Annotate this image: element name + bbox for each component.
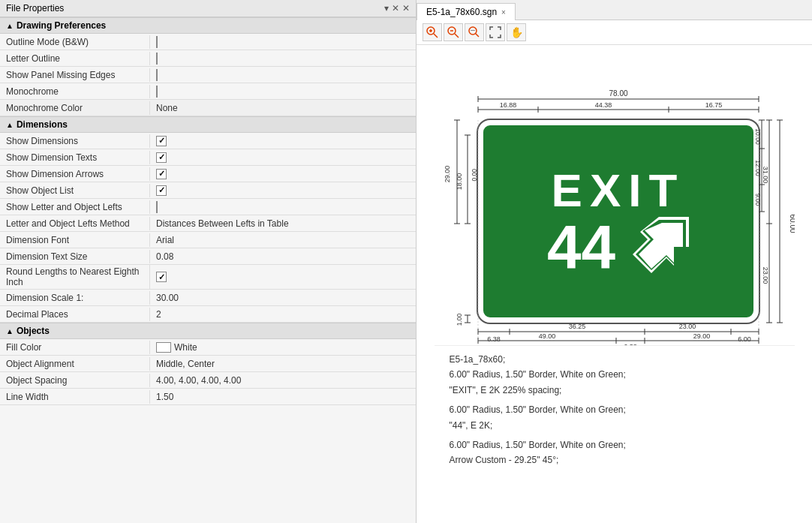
- tab-close-button[interactable]: ×: [501, 8, 506, 17]
- value-show-dimensions[interactable]: [150, 134, 416, 148]
- section-arrow-dimensions: ▲: [6, 121, 14, 129]
- label-show-dimension-texts: Show Dimension Texts: [0, 151, 150, 164]
- sign-bottom-row: 44: [547, 216, 689, 278]
- fit-window-icon: [489, 26, 501, 38]
- value-object-spacing: 4.00, 4.00, 4.00, 4.00: [150, 374, 416, 387]
- svg-text:16.88: 16.88: [499, 101, 516, 109]
- label-show-letter-lefts: Show Letter and Object Lefts: [0, 200, 150, 214]
- tab-bar: E5-1a_78x60.sgn ×: [417, 0, 812, 20]
- label-show-object-list: Show Object List: [0, 184, 150, 197]
- svg-line-6: [455, 34, 459, 38]
- svg-text:44.38: 44.38: [594, 101, 612, 109]
- panel-content: ▲ Drawing Preferences Outline Mode (B&W)…: [0, 17, 416, 523]
- zoom-out-icon: [447, 26, 459, 38]
- value-dimension-font: Arial: [150, 233, 416, 247]
- checkbox-letter-outline[interactable]: [156, 53, 158, 65]
- sign-descriptions: E5-1a_78x60; 6.00" Radius, 1.50" Border,…: [435, 345, 795, 477]
- row-monochrome-color: Monochrome Color None: [0, 100, 416, 116]
- svg-text:29.00: 29.00: [444, 166, 451, 183]
- svg-text:6.38: 6.38: [624, 343, 637, 345]
- desc-line-7: Arrow Custom - 29.25" 45°;: [450, 452, 780, 467]
- fill-color-label: White: [174, 342, 197, 353]
- pin-icon[interactable]: ▾: [384, 3, 389, 14]
- value-outline-mode[interactable]: [150, 35, 416, 49]
- panel-header: File Properties ▾ ✕ ✕: [0, 0, 416, 17]
- section-label-objects: Objects: [17, 326, 50, 336]
- svg-text:36.25: 36.25: [568, 323, 585, 330]
- value-show-dimension-texts[interactable]: [150, 150, 416, 164]
- tab-file[interactable]: E5-1a_78x60.sgn ×: [417, 3, 516, 20]
- section-dimensions[interactable]: ▲ Dimensions: [0, 116, 416, 133]
- svg-text:78.00: 78.00: [609, 89, 627, 98]
- fit-window-button[interactable]: [486, 23, 505, 41]
- svg-text:6.00: 6.00: [738, 335, 751, 343]
- desc-line-5: "44", E 2K;: [450, 418, 780, 433]
- zoom-fit-icon: [468, 26, 480, 38]
- label-fill-color: Fill Color: [0, 341, 150, 354]
- zoom-out-button[interactable]: [444, 23, 463, 41]
- row-dimension-scale: Dimension Scale 1: 30.00: [0, 290, 416, 306]
- label-decimal-places: Decimal Places: [0, 308, 150, 321]
- checkbox-outline-mode[interactable]: [156, 36, 158, 48]
- row-outline-mode: Outline Mode (B&W): [0, 34, 416, 50]
- row-monochrome: Monochrome: [0, 83, 416, 100]
- exit-arrow: [629, 217, 689, 277]
- svg-text:1.00: 1.00: [456, 313, 463, 326]
- close-panel-icon[interactable]: ✕: [402, 3, 410, 14]
- section-label-dimensions: Dimensions: [17, 119, 68, 130]
- zoom-fit-button[interactable]: [465, 23, 484, 41]
- file-properties-panel: File Properties ▾ ✕ ✕ ▲ Drawing Preferen…: [0, 0, 417, 523]
- checkbox-show-letter-lefts[interactable]: [156, 201, 158, 213]
- value-show-panel-missing[interactable]: [150, 68, 416, 82]
- svg-text:23.00: 23.00: [678, 323, 696, 330]
- exit-sign: EXIT 44: [478, 120, 759, 323]
- pan-icon: ✋: [510, 26, 523, 38]
- section-objects[interactable]: ▲ Objects: [0, 323, 416, 339]
- value-fill-color: White: [150, 341, 416, 354]
- svg-text:16.75: 16.75: [705, 101, 722, 109]
- row-show-dimensions: Show Dimensions: [0, 133, 416, 149]
- row-dimension-text-size: Dimension Text Size 0.08: [0, 248, 416, 265]
- svg-text:0.00: 0.00: [471, 169, 478, 182]
- exit-text: EXIT: [552, 165, 685, 216]
- row-object-spacing: Object Spacing 4.00, 4.00, 4.00, 4.00: [0, 372, 416, 389]
- label-round-lengths: Round Lengths to Nearest Eighth Inch: [0, 265, 150, 289]
- value-letter-outline[interactable]: [150, 52, 416, 65]
- checkbox-show-dimension-arrows[interactable]: [156, 169, 167, 179]
- checkbox-monochrome[interactable]: [156, 86, 158, 98]
- svg-text:29.00: 29.00: [693, 332, 710, 340]
- value-show-letter-lefts[interactable]: [150, 200, 416, 214]
- value-show-dimension-arrows[interactable]: [150, 167, 416, 181]
- checkbox-show-dimension-texts[interactable]: [156, 152, 167, 163]
- zoom-in-button[interactable]: [423, 23, 442, 41]
- row-letter-outline: Letter Outline: [0, 50, 416, 67]
- value-monochrome[interactable]: [150, 85, 416, 98]
- canvas-area: 78.00 16.88 44.38 16.75 60.00: [417, 45, 812, 523]
- row-line-width: Line Width 1.50: [0, 389, 416, 405]
- panel-icons: ▾ ✕ ✕: [384, 3, 410, 14]
- label-line-width: Line Width: [0, 390, 150, 404]
- right-panel: E5-1a_78x60.sgn ×: [417, 0, 812, 523]
- value-dimension-scale: 30.00: [150, 291, 416, 305]
- svg-text:31.00: 31.00: [762, 167, 769, 184]
- label-object-alignment: Object Alignment: [0, 357, 150, 371]
- label-dimension-scale: Dimension Scale 1:: [0, 291, 150, 305]
- checkbox-show-panel-missing[interactable]: [156, 69, 158, 81]
- value-lefts-method: Distances Between Lefts in Table: [150, 217, 416, 230]
- pan-button[interactable]: ✋: [507, 23, 526, 41]
- row-decimal-places: Decimal Places 2: [0, 306, 416, 323]
- tab-label: E5-1a_78x60.sgn: [426, 7, 497, 17]
- row-show-object-list: Show Object List: [0, 182, 416, 199]
- desc-line-4: 6.00" Radius, 1.50" Border, White on Gre…: [450, 402, 780, 417]
- checkbox-round-lengths[interactable]: [156, 272, 167, 282]
- desc-line-3: "EXIT", E 2K 225% spacing;: [450, 383, 780, 398]
- section-drawing-preferences[interactable]: ▲ Drawing Preferences: [0, 17, 416, 34]
- checkbox-show-dimensions[interactable]: [156, 136, 167, 146]
- value-line-width: 1.50: [150, 390, 416, 404]
- row-lefts-method: Letter and Object Lefts Method Distances…: [0, 215, 416, 232]
- unpin-icon[interactable]: ✕: [392, 3, 399, 14]
- value-round-lengths[interactable]: [150, 270, 416, 284]
- checkbox-show-object-list[interactable]: [156, 185, 167, 196]
- value-show-object-list[interactable]: [150, 183, 416, 197]
- zoom-in-icon: [426, 26, 438, 38]
